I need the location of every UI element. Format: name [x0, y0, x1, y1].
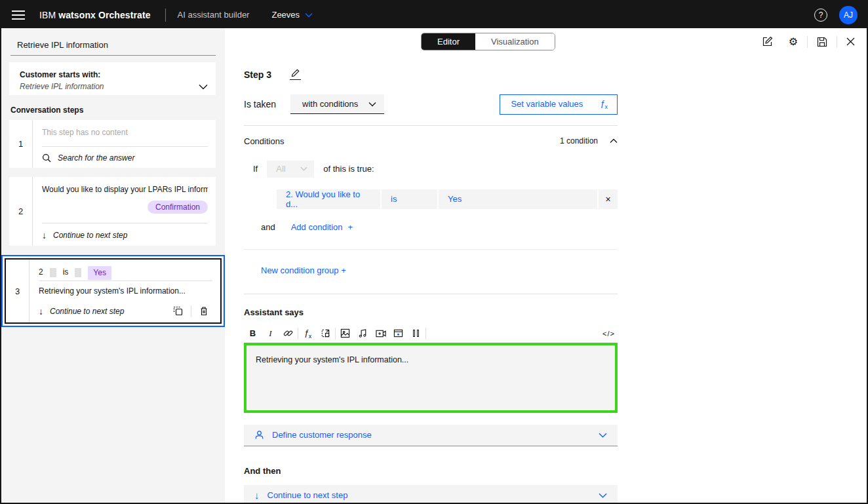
- if-mode-value: All: [276, 164, 285, 174]
- step-condition-summary: 2 is Yes: [39, 265, 212, 281]
- app-window: IBM watsonx Orchestrate AI assistant bui…: [0, 0, 868, 504]
- gear-icon: ⚙: [789, 37, 798, 47]
- step-content-text: Retrieving your system's IPL information…: [39, 286, 212, 296]
- step-card-3[interactable]: 3 2 is Yes Retrieving your system's IPL …: [5, 258, 222, 324]
- italic-button[interactable]: I: [262, 324, 279, 342]
- chevron-down-icon: [368, 102, 376, 107]
- condition-value-field[interactable]: Yes: [439, 189, 597, 209]
- rename-step-button[interactable]: [290, 69, 301, 80]
- plus-icon: +: [347, 222, 353, 232]
- insert-variable-button[interactable]: [317, 324, 334, 342]
- continue-next-step-label: Continue to next step: [267, 490, 348, 500]
- customer-starts-card[interactable]: Customer starts with: Retrieve IPL infor…: [9, 62, 216, 95]
- conversation-steps-label: Conversation steps: [10, 106, 225, 115]
- duplicate-step-button[interactable]: [169, 305, 187, 317]
- assistant-says-textarea[interactable]: Retrieving your system's IPL information…: [244, 343, 618, 413]
- step-card-2[interactable]: 2 Would you like to display your LPARs I…: [9, 177, 216, 246]
- insert-expression-button[interactable]: ƒx: [299, 324, 317, 342]
- delete-step-button[interactable]: [195, 305, 212, 317]
- condition-variable-field[interactable]: 2. Would you like to d...: [277, 189, 380, 209]
- nav-app-name[interactable]: AI assistant builder: [178, 10, 250, 20]
- insert-video-button[interactable]: [372, 324, 389, 342]
- if-suffix-label: of this is true:: [323, 164, 374, 174]
- chevron-down-icon: [599, 493, 607, 498]
- customer-starts-value: Retrieve IPL information: [20, 82, 205, 91]
- down-arrow-icon: ↓: [42, 230, 47, 241]
- chevron-down-icon: [599, 433, 607, 438]
- new-condition-group-link[interactable]: New condition group +: [261, 265, 618, 275]
- confirmation-badge[interactable]: Confirmation: [148, 201, 208, 214]
- step-action-label: Continue to next step: [50, 307, 124, 316]
- condition-operator-field[interactable]: is: [382, 189, 437, 209]
- hamburger-menu-icon[interactable]: [12, 10, 25, 20]
- editor-toolbar-right: ⚙: [754, 33, 863, 50]
- assistant-switcher[interactable]: Zeeves: [271, 10, 313, 20]
- close-button[interactable]: [838, 35, 863, 48]
- remove-condition-button[interactable]: ×: [599, 189, 618, 209]
- copy-icon: [173, 306, 183, 316]
- avatar-initials: AJ: [844, 10, 853, 20]
- save-button[interactable]: [809, 34, 835, 50]
- pause-icon: [413, 330, 419, 337]
- step-action-continue[interactable]: ↓ Continue to next step: [39, 306, 124, 317]
- condition-row: 2. Would you like to d... is Yes ×: [277, 189, 618, 209]
- new-condition-group-label: New condition group: [261, 265, 339, 275]
- tab-visualization[interactable]: Visualization: [475, 33, 555, 50]
- edit-flow-button[interactable]: [754, 33, 781, 50]
- brand-ibm: IBM: [39, 10, 56, 20]
- insert-image-button[interactable]: [336, 324, 354, 342]
- code-view-button[interactable]: </>: [600, 324, 618, 342]
- audio-icon: [358, 328, 368, 338]
- chevron-down-icon: [300, 166, 307, 171]
- link-button[interactable]: [279, 324, 297, 342]
- tab-editor[interactable]: Editor: [422, 33, 475, 50]
- iframe-icon: [393, 328, 403, 338]
- add-condition-link[interactable]: Add condition +: [291, 222, 353, 232]
- divider: [837, 36, 837, 48]
- set-variable-values-button[interactable]: Set variable values ƒx: [500, 94, 618, 115]
- link-icon: [283, 328, 293, 338]
- divider: [244, 125, 618, 126]
- taken-mode-dropdown[interactable]: with conditions: [290, 94, 384, 114]
- view-switcher: Editor Visualization: [421, 33, 555, 50]
- step-content-text: Would you like to display your LPARs IPL…: [42, 185, 208, 194]
- define-customer-response-accordion[interactable]: Define customer response: [244, 425, 618, 446]
- chevron-down-icon[interactable]: [199, 84, 208, 90]
- chevron-up-icon[interactable]: [610, 138, 618, 144]
- assistant-says-text: Retrieving your system's IPL information…: [256, 355, 606, 364]
- divider: [335, 328, 336, 339]
- conditions-title: Conditions: [244, 136, 284, 146]
- settings-button[interactable]: ⚙: [781, 34, 806, 50]
- help-icon[interactable]: ?: [814, 9, 827, 22]
- condition-operator: is: [63, 265, 75, 281]
- avatar[interactable]: AJ: [839, 6, 858, 24]
- continue-next-step-accordion[interactable]: ↓ Continue to next step: [244, 485, 618, 504]
- if-label: If: [253, 164, 258, 174]
- step-action-continue[interactable]: ↓ Continue to next step: [42, 230, 208, 241]
- if-mode-dropdown[interactable]: All: [267, 161, 314, 178]
- image-icon: [340, 328, 350, 338]
- chevron-down-icon: [305, 12, 313, 18]
- function-icon: ƒx: [304, 328, 312, 339]
- insert-pause-button[interactable]: [407, 324, 425, 342]
- and-label: and: [261, 222, 275, 232]
- step-content-placeholder: This step has no content: [42, 128, 208, 137]
- divider: [244, 294, 618, 294]
- and-then-label: And then: [244, 466, 618, 476]
- condition-step-ref: 2: [39, 265, 50, 281]
- insert-iframe-button[interactable]: [389, 324, 407, 342]
- down-arrow-icon: ↓: [254, 490, 260, 501]
- step-card-1[interactable]: 1 This step has no content Search for th…: [9, 120, 216, 168]
- flow-title-input[interactable]: [10, 36, 216, 56]
- divider: [298, 328, 298, 339]
- bold-button[interactable]: B: [244, 324, 262, 342]
- condition-count: 1 condition: [560, 136, 598, 145]
- header-right-actions: ? AJ: [814, 6, 859, 24]
- insert-audio-button[interactable]: [354, 324, 372, 342]
- rich-text-toolbar: B I ƒx: [244, 325, 618, 343]
- customer-starts-label: Customer starts with:: [20, 70, 205, 79]
- assistant-says-label: Assistant says: [244, 307, 618, 317]
- close-icon: ×: [605, 194, 610, 204]
- step-action-search[interactable]: Search for the answer: [42, 153, 208, 163]
- search-icon: [42, 153, 51, 163]
